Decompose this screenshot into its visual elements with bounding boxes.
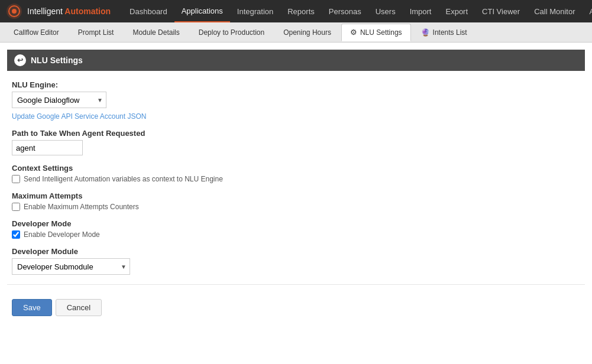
- developer-mode-checkbox-label: Enable Developer Mode: [24, 230, 100, 239]
- cancel-button[interactable]: Cancel: [56, 299, 102, 316]
- max-attempts-checkbox[interactable]: [12, 203, 20, 211]
- brand-icon: [6, 3, 22, 20]
- path-agent-input[interactable]: [12, 140, 83, 155]
- path-agent-group: Path to Take When Agent Requested: [7, 129, 585, 155]
- developer-module-group: Developer Module Developer Submodule ▼: [7, 247, 585, 275]
- tab-callflow-editor-label: Callflow Editor: [14, 28, 59, 37]
- nav-dashboard[interactable]: Dashboard: [122, 0, 174, 22]
- nav-cti-viewer[interactable]: CTI Viewer: [475, 0, 527, 22]
- developer-mode-group: Developer Mode Enable Developer Mode: [7, 219, 585, 239]
- sub-nav: Callflow Editor Prompt List Module Detai…: [0, 22, 592, 43]
- max-attempts-group: Maximum Attempts Enable Maximum Attempts…: [7, 191, 585, 211]
- developer-mode-checkbox-row: Enable Developer Mode: [12, 230, 580, 239]
- tab-intents-list[interactable]: 🔮 Intents List: [412, 24, 476, 41]
- tab-callflow-editor[interactable]: Callflow Editor: [5, 24, 68, 41]
- back-icon: ↩: [17, 56, 23, 64]
- button-row: Save Cancel: [7, 294, 585, 321]
- tab-module-details[interactable]: Module Details: [124, 24, 188, 41]
- tab-prompt-list[interactable]: Prompt List: [69, 24, 123, 41]
- developer-module-select-wrapper: Developer Submodule ▼: [12, 258, 130, 275]
- developer-module-label: Developer Module: [12, 247, 580, 256]
- tab-nlu-settings[interactable]: ⚙ NLU Settings: [341, 24, 411, 41]
- brand-logo: Intelligent Automation: [6, 3, 111, 20]
- save-button[interactable]: Save: [12, 299, 52, 316]
- max-attempts-checkbox-label: Enable Maximum Attempts Counters: [24, 203, 139, 211]
- nav-items: Dashboard Applications Integration Repor…: [122, 0, 592, 22]
- nav-call-monitor[interactable]: Call Monitor: [527, 0, 582, 22]
- nlu-engine-group: NLU Engine: Google Dialogflow ▼ Update G…: [7, 80, 585, 121]
- section-header-icon: ↩: [14, 54, 26, 66]
- tab-deploy-label: Deploy to Production: [199, 28, 264, 37]
- context-checkbox-label: Send Intelligent Automation variables as…: [24, 175, 223, 183]
- nlu-engine-select[interactable]: Google Dialogflow: [12, 92, 106, 108]
- max-attempts-checkbox-row: Enable Maximum Attempts Counters: [12, 203, 580, 211]
- tab-intents-list-label: Intents List: [433, 28, 467, 37]
- developer-mode-label: Developer Mode: [12, 219, 580, 228]
- svg-point-2: [12, 9, 17, 14]
- nav-import[interactable]: Import: [403, 0, 439, 22]
- intents-list-icon: 🔮: [421, 28, 430, 37]
- tab-prompt-list-label: Prompt List: [78, 28, 114, 37]
- path-agent-label: Path to Take When Agent Requested: [12, 129, 580, 138]
- nlu-settings-icon: ⚙: [350, 28, 357, 37]
- nav-reports[interactable]: Reports: [280, 0, 322, 22]
- tab-nlu-settings-label: NLU Settings: [360, 28, 402, 37]
- context-settings-label: Context Settings: [12, 164, 580, 173]
- nlu-engine-label: NLU Engine:: [12, 80, 580, 89]
- nlu-engine-select-wrapper: Google Dialogflow ▼: [12, 92, 106, 108]
- developer-module-select[interactable]: Developer Submodule: [12, 258, 130, 275]
- top-nav: Intelligent Automation Dashboard Applica…: [0, 0, 592, 22]
- max-attempts-label: Maximum Attempts: [12, 191, 580, 200]
- nav-integration[interactable]: Integration: [230, 0, 280, 22]
- update-google-api-link[interactable]: Update Google API Service Account JSON: [12, 112, 146, 121]
- nav-personas[interactable]: Personas: [322, 0, 368, 22]
- nav-users[interactable]: Users: [368, 0, 403, 22]
- main-content: ↩ NLU Settings NLU Engine: Google Dialog…: [0, 43, 592, 364]
- tab-module-details-label: Module Details: [132, 28, 179, 37]
- context-checkbox-row: Send Intelligent Automation variables as…: [12, 175, 580, 183]
- context-checkbox[interactable]: [12, 175, 20, 183]
- tab-opening-hours-label: Opening Hours: [283, 28, 331, 37]
- nav-administration[interactable]: Administration: [582, 0, 592, 22]
- nav-applications[interactable]: Applications: [174, 0, 230, 22]
- nav-export[interactable]: Export: [438, 0, 475, 22]
- form-divider: [7, 284, 585, 285]
- tab-opening-hours[interactable]: Opening Hours: [274, 24, 340, 41]
- brand-text: Intelligent Automation: [27, 6, 111, 16]
- developer-mode-checkbox[interactable]: [12, 230, 20, 239]
- section-header: ↩ NLU Settings: [7, 50, 585, 71]
- context-settings-group: Context Settings Send Intelligent Automa…: [7, 164, 585, 183]
- tab-deploy-to-production[interactable]: Deploy to Production: [190, 24, 273, 41]
- section-title: NLU Settings: [31, 56, 83, 65]
